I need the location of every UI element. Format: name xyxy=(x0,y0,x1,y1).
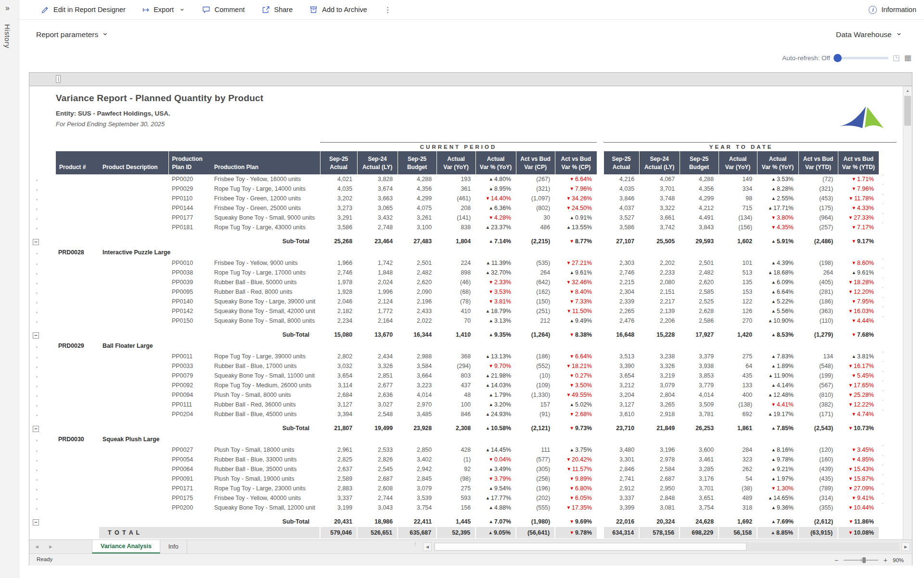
cell xyxy=(597,297,603,306)
vertical-scrollbar[interactable]: ▲ ▼ xyxy=(903,86,912,539)
cell: 18,986 xyxy=(357,512,398,527)
cell: ▼24.50% xyxy=(555,203,597,213)
add-to-archive-button[interactable]: Add to Archive xyxy=(309,6,367,13)
cell: PP0144 xyxy=(168,203,211,213)
cell xyxy=(597,409,603,419)
year-to-date-group-label: YEAR TO DATE xyxy=(603,143,879,151)
cell xyxy=(597,361,603,371)
report-period: For Period Ending September 30, 2025 xyxy=(56,120,263,128)
scroll-left-button[interactable]: ◀ xyxy=(423,542,432,551)
zoom-slider-knob[interactable] xyxy=(862,557,866,563)
edit-in-report-designer-button[interactable]: Edit in Report Designer xyxy=(41,6,126,14)
table-row: PP0171Rope Tug Toy - Large, 23000 units2… xyxy=(29,484,897,493)
cell xyxy=(597,503,603,512)
cell: 3,265 xyxy=(639,400,680,409)
collapse-group-button[interactable]: − xyxy=(33,519,39,525)
cell: 3,701 xyxy=(680,484,719,493)
cell xyxy=(43,232,56,247)
cell: (789) xyxy=(798,484,838,493)
cell: ▲6.64% xyxy=(757,287,798,297)
table-grid-icon[interactable]: ▦ xyxy=(904,54,911,62)
cell xyxy=(597,203,603,213)
cell xyxy=(43,277,56,287)
cell: Frisbee Toy - Yellow, 40000 units xyxy=(211,493,320,503)
comment-button[interactable]: Comment xyxy=(202,6,245,13)
cell: 16,648 xyxy=(603,326,639,340)
share-icon xyxy=(262,6,270,13)
cell xyxy=(99,223,168,232)
cell: ▲7.85% xyxy=(757,419,798,434)
cell xyxy=(29,297,43,306)
cell xyxy=(99,455,168,464)
cell: 2,988 xyxy=(398,352,436,361)
tab-variance-analysis[interactable]: Variance Analysis xyxy=(92,540,160,553)
share-button[interactable]: Share xyxy=(262,6,293,13)
cell: ▼0.27% xyxy=(555,371,597,381)
zoom-slider[interactable] xyxy=(844,560,878,561)
cell: (134) xyxy=(719,213,757,223)
cell: (577) xyxy=(516,455,555,464)
cell: 2,046 xyxy=(320,297,357,306)
cell: 2,476 xyxy=(603,316,639,326)
cell xyxy=(56,419,99,434)
cell: ▲5.56% xyxy=(757,306,798,316)
zoom-in-button[interactable]: + xyxy=(884,558,887,563)
cell xyxy=(29,390,43,400)
cell: 3,600 xyxy=(680,445,719,455)
cell: (1,330) xyxy=(516,390,555,400)
cell: 4,035 xyxy=(603,184,639,194)
horizontal-scrollbar[interactable] xyxy=(434,542,899,551)
cell: 3,390 xyxy=(603,361,639,371)
open-window-icon[interactable]: ◳ xyxy=(893,54,900,62)
scrollbar-thumb[interactable] xyxy=(904,96,911,126)
cell: Rope Tug Toy - Large, 39000 units xyxy=(211,352,320,361)
cell: 264 xyxy=(798,268,838,277)
cell: PP0175 xyxy=(168,493,211,503)
cell: 2,303 xyxy=(603,258,639,268)
cell: (120) xyxy=(798,445,838,455)
grid-corner-icon[interactable] xyxy=(56,75,61,83)
current-period-group-label: CURRENT PERIOD xyxy=(320,143,597,151)
information-button[interactable]: i Information xyxy=(869,6,916,14)
hscrollbar-thumb[interactable] xyxy=(435,543,746,551)
column-header-cell: Product Description xyxy=(99,151,168,174)
more-options-button[interactable]: ⋮ xyxy=(384,5,392,14)
cell: (461) xyxy=(436,194,475,203)
collapse-group-button[interactable]: − xyxy=(33,239,39,245)
cell: 20,431 xyxy=(320,512,357,527)
cell: 3,065 xyxy=(357,203,398,213)
cell: (78) xyxy=(436,297,475,306)
cell: ▲5.22% xyxy=(757,297,798,306)
cell: ▼9.41% xyxy=(838,493,879,503)
collapse-group-button[interactable]: − xyxy=(33,426,39,432)
expand-panel-icon[interactable]: » xyxy=(5,4,10,13)
export-button[interactable]: ↦ Export ⌄ xyxy=(142,5,185,15)
zoom-out-button[interactable]: − xyxy=(834,558,838,563)
scroll-up-button[interactable]: ▲ xyxy=(903,86,912,95)
data-warehouse-selector[interactable]: Data Warehouse ⌄ xyxy=(836,30,902,39)
cell: 2,584 xyxy=(639,464,680,474)
cell xyxy=(597,232,603,247)
toggle-knob[interactable] xyxy=(834,54,842,62)
cell: ▲3.75% xyxy=(555,445,597,455)
cell: ` xyxy=(879,464,897,474)
cell: 3,461 xyxy=(680,455,719,464)
table-row: PP0144Frisbee Toy - Green, 25000 units3,… xyxy=(29,203,897,213)
cell: ▼17.35% xyxy=(555,503,597,512)
scroll-right-button[interactable]: ▶ xyxy=(901,542,910,551)
tab-prev-button[interactable]: ◀ xyxy=(35,544,38,549)
cell: 486 xyxy=(516,223,555,232)
cell: 2,850 xyxy=(398,445,436,455)
scrollbar-splitter[interactable]: ⁝ xyxy=(414,543,416,545)
collapse-group-button[interactable]: − xyxy=(33,332,39,339)
cell: 3,285 xyxy=(680,464,719,474)
auto-refresh-toggle[interactable] xyxy=(834,57,888,59)
history-label[interactable]: History xyxy=(3,24,12,48)
cell xyxy=(597,419,603,434)
report-parameters-toggle[interactable]: Report parameters ⌄ xyxy=(36,30,108,39)
table-row: PP0140Squeaky Bone Toy - Large, 39000 un… xyxy=(29,297,897,306)
cell: 26,253 xyxy=(680,419,719,434)
cell: 98 xyxy=(719,194,757,203)
tab-next-button[interactable]: ▶ xyxy=(49,544,52,549)
tab-info[interactable]: Info xyxy=(160,540,187,553)
